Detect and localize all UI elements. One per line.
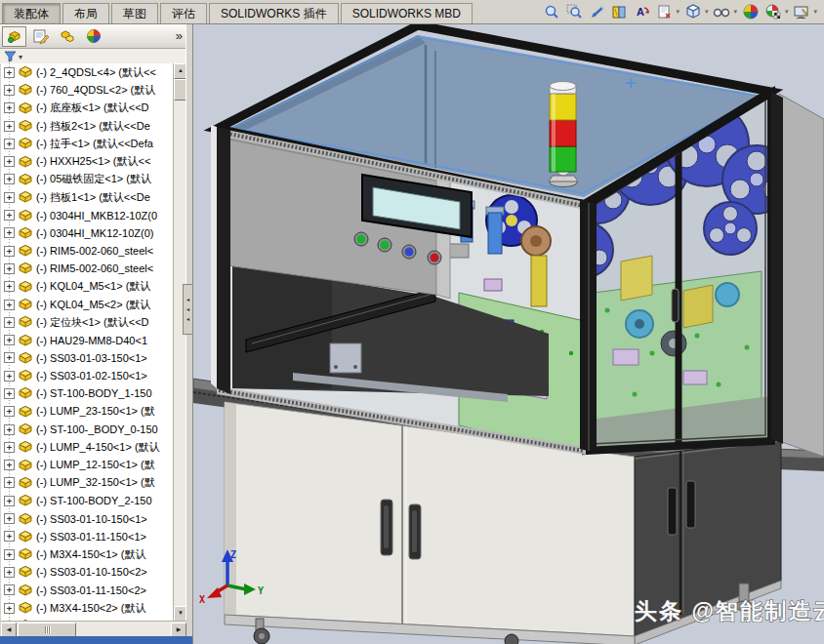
tree-item[interactable]: + (-) 0304HI_MKB12-10Z(0 — [1, 206, 174, 223]
dropdown-arrow[interactable]: ▾ — [676, 8, 680, 16]
expand-toggle[interactable]: + — [4, 496, 15, 506]
tree-item[interactable]: + (-) SS03-01-11-150<2> — [1, 582, 174, 599]
expand-toggle[interactable]: + — [4, 281, 15, 292]
tab-layout[interactable]: 布局 — [62, 3, 109, 23]
filter-funnel-icon[interactable] — [4, 51, 17, 62]
tree-item[interactable]: + (-) SS03-01-10-150<2> — [1, 563, 174, 581]
hide-show-items-glasses-icon[interactable] — [712, 2, 731, 21]
display-manager-icon[interactable] — [81, 26, 105, 47]
expand-toggle[interactable]: + — [4, 603, 15, 614]
expand-toggle[interactable]: + — [4, 371, 15, 382]
edit-appearance-ball-icon[interactable] — [741, 2, 761, 21]
expand-toggle[interactable]: + — [4, 156, 15, 167]
tab-assembly[interactable]: 装配体 — [2, 3, 61, 23]
expand-toggle[interactable]: + — [4, 567, 15, 578]
configuration-manager-icon[interactable] — [55, 26, 79, 47]
expand-toggle[interactable]: + — [4, 246, 15, 257]
annotation-views-icon[interactable]: A — [632, 2, 651, 21]
tree-item[interactable]: + (-) 底座板<1> (默认<<D — [1, 100, 174, 117]
tree-item[interactable]: + (-) ST-100-_BODY_0-150 — [1, 421, 174, 438]
horizontal-scroll-thumb[interactable] — [18, 623, 76, 637]
tree-item[interactable]: + (-) LUMP_32-150<1> (默 — [1, 474, 174, 492]
scroll-left-button[interactable]: ◀ — [1, 623, 17, 637]
tree-item[interactable]: + (-) LUMP_23-150<1> (默 — [1, 403, 174, 421]
apply-scene-ball-icon[interactable] — [763, 2, 783, 21]
expand-toggle[interactable]: + — [4, 584, 15, 595]
tree-item[interactable]: + (-) RIM5-002-060_steel< — [1, 242, 174, 260]
tree-vertical-scrollbar[interactable]: ▲ ▼ — [173, 63, 186, 622]
tree-item[interactable]: + (-) M3X4-150<2> (默认 — [1, 599, 174, 617]
tree-item[interactable]: + (-) LUMP_4-150<1> (默认 — [1, 438, 174, 456]
expand-toggle[interactable]: + — [4, 102, 15, 113]
part-icon — [18, 459, 33, 472]
new-view-icon[interactable] — [654, 2, 674, 21]
tree-item[interactable]: + (-) 定位块<1> (默认<<D — [1, 313, 174, 331]
tree-item[interactable]: + (-) 挡板1<1> (默认<<De — [1, 188, 174, 206]
zoom-to-fit-icon[interactable] — [542, 2, 561, 21]
dropdown-arrow[interactable]: ▾ — [733, 8, 737, 16]
expand-toggle[interactable]: + — [4, 67, 15, 78]
tree-item[interactable]: + (-) ST-100-BODY_2-150 — [1, 492, 174, 509]
dropdown-arrow[interactable]: ▾ — [813, 8, 817, 16]
tree-item[interactable]: + (-) RIM5-002-060_steel< — [1, 260, 174, 277]
expand-toggle[interactable]: + — [4, 335, 15, 345]
tree-item[interactable]: + (-) 760_4QDSL<2> (默认 — [1, 81, 174, 99]
tree-item[interactable]: + (-) SS03-01-10-150<1> — [1, 509, 174, 527]
tree-item[interactable]: + (-) LUMP_12-150<1> (默 — [1, 457, 174, 474]
featuremanager-tree-icon[interactable] — [2, 26, 26, 47]
dropdown-arrow[interactable]: ▾ — [705, 8, 709, 16]
expand-toggle[interactable]: + — [4, 300, 15, 310]
expand-toggle[interactable]: + — [4, 531, 15, 542]
expand-toggle[interactable]: + — [4, 442, 15, 453]
graphics-viewport[interactable]: Z Y X 头条 @智能制造云 — [193, 24, 824, 644]
expand-toggle[interactable]: + — [4, 352, 15, 363]
tree-item[interactable]: + (-) 挡板2<1> (默认<<De — [1, 117, 174, 135]
expand-toggle[interactable]: + — [4, 406, 15, 417]
tree-item[interactable]: + (-) HXXH25<1> (默认<< — [1, 152, 174, 170]
expand-toggle[interactable]: + — [4, 549, 15, 560]
tree-item[interactable]: + (-) KQL04_M5<2> (默认 — [1, 296, 174, 313]
expand-toggle[interactable]: + — [4, 174, 15, 184]
expand-toggle[interactable]: + — [4, 388, 15, 399]
view-orientation-cube-icon[interactable] — [683, 2, 703, 21]
expand-toggle[interactable]: + — [4, 460, 15, 470]
tree-item[interactable]: + (-) 0304HI_MK12-10Z(0) — [1, 224, 174, 242]
expand-toggle[interactable]: + — [4, 263, 15, 274]
expand-toggle[interactable]: + — [4, 227, 15, 238]
tab-evaluate[interactable]: 评估 — [160, 3, 207, 23]
filter-dropdown-arrow[interactable]: ▾ — [19, 53, 22, 61]
tab-sketch[interactable]: 草图 — [111, 3, 158, 23]
tree-item[interactable]: + (-) SS03-01-02-150<1> — [1, 367, 174, 384]
tree-item[interactable]: + (-) M3X4-150<1> (默认 — [1, 545, 174, 563]
tree-horizontal-scrollbar[interactable]: ◀ ▶ — [1, 621, 186, 636]
tab-solidworks-addins[interactable]: SOLIDWORKS 插件 — [209, 3, 339, 23]
section-view-icon[interactable] — [609, 2, 629, 21]
panel-splitter[interactable]: ◂ ◂ ◂ — [185, 24, 192, 644]
tree-item[interactable]: + (-) 05磁铁固定<1> (默认 — [1, 171, 174, 188]
part-icon — [18, 601, 33, 615]
expand-toggle[interactable]: + — [4, 477, 15, 488]
tree-item[interactable]: + (-) SS03-01-11-150<1> — [1, 528, 174, 545]
property-manager-icon[interactable] — [28, 26, 53, 47]
previous-view-icon[interactable] — [587, 2, 606, 21]
tree-item[interactable]: + (-) 拉手<1> (默认<<Defa — [1, 135, 174, 152]
panel-collapse-tab[interactable]: ◂ ◂ ◂ — [183, 284, 193, 335]
dropdown-arrow[interactable]: ▾ — [785, 8, 789, 16]
tree-item[interactable]: + (-) ST-100-BODY_1-150 — [1, 384, 174, 402]
expand-toggle[interactable]: + — [4, 424, 15, 435]
expand-toggle[interactable]: + — [4, 121, 15, 132]
tree-item[interactable]: + (-) 2_4QDSL<4> (默认<< — [1, 63, 174, 81]
tree-item[interactable]: + (-) SS03-01-03-150<1> — [1, 349, 174, 367]
scroll-right-button[interactable]: ▶ — [171, 623, 186, 637]
view-settings-monitor-icon[interactable] — [792, 2, 811, 21]
expand-toggle[interactable]: + — [4, 85, 15, 96]
zoom-to-area-icon[interactable] — [564, 2, 584, 21]
tree-item[interactable]: + (-) HAU29-MM8-D40<1 — [1, 331, 174, 348]
tree-item[interactable]: + (-) KQL04_M5<1> (默认 — [1, 278, 174, 296]
expand-toggle[interactable]: + — [4, 139, 15, 149]
expand-toggle[interactable]: + — [4, 192, 15, 203]
expand-toggle[interactable]: + — [4, 317, 15, 328]
expand-toggle[interactable]: + — [4, 210, 15, 221]
tab-solidworks-mbd[interactable]: SOLIDWORKS MBD — [341, 3, 473, 23]
expand-toggle[interactable]: + — [4, 513, 15, 524]
